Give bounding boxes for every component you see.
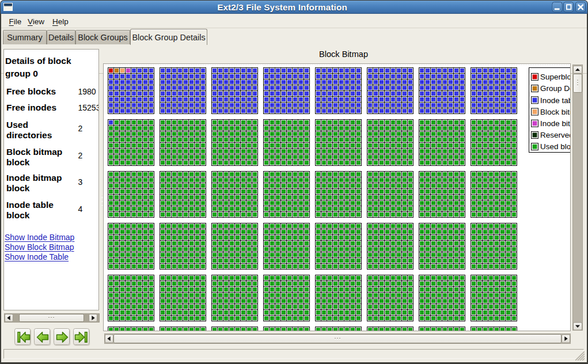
- svg-text:Inode table: Inode table: [540, 96, 570, 105]
- svg-text:Block bitmap: Block bitmap: [540, 108, 570, 116]
- svg-text:Reserved blocks: Reserved blocks: [540, 131, 570, 139]
- svg-text:Superblock: Superblock: [540, 73, 570, 81]
- svg-text:Inode bitmap: Inode bitmap: [540, 119, 570, 128]
- svg-text:Group Descriptors: Group Descriptors: [540, 84, 570, 93]
- svg-text:Used blocks: Used blocks: [540, 142, 570, 151]
